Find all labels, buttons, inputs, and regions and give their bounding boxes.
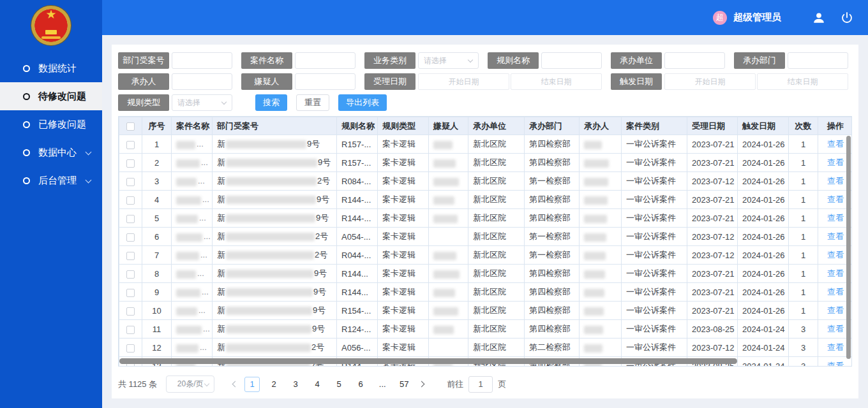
col-unit-cell: 新北区院 [468,209,525,228]
filter-input[interactable] [295,73,355,90]
filter-input[interactable] [788,52,848,69]
page-ellipsis[interactable]: ... [375,377,390,392]
filter-label: 部门受案号 [118,52,169,69]
vertical-scrollbar[interactable] [846,136,851,359]
row-checkbox[interactable] [126,326,135,334]
jump-page-input[interactable] [468,376,493,393]
view-link[interactable]: 查看 [827,268,844,278]
page-number-4[interactable]: 4 [310,377,325,392]
row-checkbox[interactable] [126,233,135,242]
page-number-5[interactable]: 5 [331,377,347,392]
view-link[interactable]: 查看 [827,231,844,241]
col-rule-type-cell: 案卡逻辑 [378,265,429,283]
view-link[interactable]: 查看 [827,342,844,352]
table-row: 12...新2号A056-...案卡逻辑新北区院第二检察部一审公诉案件2023-… [119,339,853,357]
logout-power-icon[interactable] [840,11,854,25]
view-link[interactable]: 查看 [827,287,844,296]
view-link[interactable]: 查看 [827,361,844,367]
sidebar-item-已修改问题[interactable]: 已修改问题 [0,110,102,138]
column-header: 触发日期 [738,117,789,135]
page-number-3[interactable]: 3 [288,377,303,392]
col-handler-cell [580,209,622,228]
user-icon[interactable] [812,11,826,25]
filter-input[interactable] [172,52,232,69]
filter-input[interactable] [541,52,602,69]
row-checkbox[interactable] [126,141,135,149]
start-date-input[interactable]: 开始日期 [664,73,756,90]
prev-page-button[interactable] [228,377,241,392]
end-date-input[interactable]: 结束日期 [511,73,602,90]
page-number-57[interactable]: 57 [396,377,412,392]
next-page-button[interactable] [415,377,428,392]
export-list-button[interactable]: 导出列表 [338,94,387,111]
redacted-case-name [176,141,195,149]
start-date-input[interactable]: 开始日期 [418,73,509,90]
redacted-handler [584,326,603,334]
page-number-2[interactable]: 2 [266,377,281,392]
jump-suffix-label: 页 [498,379,506,390]
view-link[interactable]: 查看 [827,176,844,186]
search-button[interactable]: 搜索 [255,94,287,111]
filter-input[interactable] [295,52,355,69]
view-link[interactable]: 查看 [827,157,844,167]
redacted-handler [584,270,605,279]
redacted-case-name [176,270,196,279]
col-unit-cell: 新北区院 [468,228,525,246]
row-checkbox[interactable] [126,289,135,297]
view-link[interactable]: 查看 [827,213,844,222]
sidebar-item-数据统计[interactable]: 数据统计 [0,54,102,82]
case-number-prefix: 新 [217,268,225,278]
view-link[interactable]: 查看 [827,324,844,333]
end-date-input[interactable]: 结束日期 [757,73,848,90]
sidebar-item-待修改问题[interactable]: 待修改问题 [0,82,102,110]
col-category-cell: 一审公诉案件 [622,154,687,172]
col-case-number-cell: 新9号 [213,302,337,320]
row-checkbox[interactable] [126,178,135,186]
row-checkbox[interactable] [126,307,135,316]
col-no-cell: 6 [142,228,172,246]
sidebar-item-后台管理[interactable]: 后台管理 [0,166,102,194]
table-row: 1...新9号R157-...案卡逻辑新北区院第四检察部一审公诉案件2023-0… [119,135,853,154]
filter-label: 规则名称 [488,52,539,69]
select-all-checkbox[interactable] [126,122,135,131]
row-checkbox[interactable] [126,270,135,279]
case-number-prefix: 新 [217,324,225,333]
col-trigger-date-cell: 2024-01-24 [738,339,789,357]
col-dept-cell: 第二检察部 [525,339,580,357]
sidebar-item-数据中心[interactable]: 数据中心 [0,138,102,166]
reset-button[interactable]: 重置 [296,94,329,111]
filter-select[interactable]: 请选择 [418,52,479,69]
redacted-case-name [176,215,198,223]
col-unit-cell: 新北区院 [468,191,525,209]
view-link[interactable]: 查看 [827,194,844,204]
page-number-6[interactable]: 6 [353,377,368,392]
redacted-suspect [433,196,454,205]
redacted-handler [584,252,606,260]
avatar[interactable]: 超 [713,11,727,25]
redacted-case-name [176,159,200,168]
col-rule-name-cell: A056-... [337,339,378,357]
row-checkbox[interactable] [126,252,135,260]
col-handler-cell [580,283,622,302]
view-link[interactable]: 查看 [827,139,844,149]
view-link[interactable]: 查看 [827,305,844,315]
row-checkbox[interactable] [126,159,135,168]
filter-input[interactable] [664,52,725,69]
table-row: 10...新9号R154-...案卡逻辑新北区院第四检察部一审公诉案件2023-… [119,302,853,320]
rule-type-select[interactable]: 请选择 [172,94,232,111]
case-number-suffix: 2号 [315,231,328,241]
page-size-select[interactable]: 20条/页 [166,375,214,393]
row-checkbox[interactable] [126,344,135,353]
case-number-suffix: 2号 [317,176,330,186]
row-checkbox[interactable] [126,215,135,223]
horizontal-scrollbar[interactable] [119,358,737,364]
col-handler-cell [580,246,622,265]
table-row: 8...新9号R144...案卡逻辑新北区院第四检察部一审公诉案件2023-07… [119,265,853,283]
col-suspect-cell [429,209,468,228]
row-checkbox[interactable] [126,196,135,205]
view-link[interactable]: 查看 [827,250,844,259]
filter-rule-type: 规则类型 请选择 [118,94,232,111]
page-number-list: 123456...57 [241,377,415,392]
page-number-1[interactable]: 1 [244,377,260,392]
filter-input[interactable] [172,73,232,90]
